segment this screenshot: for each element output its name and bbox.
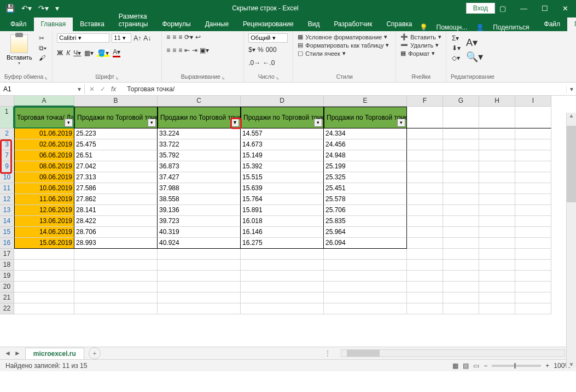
cell-E2[interactable]: 24.334: [324, 128, 407, 139]
cell-empty[interactable]: [515, 303, 551, 314]
cell-E9[interactable]: 25.199: [324, 161, 407, 172]
cell-B3[interactable]: 25.475: [74, 139, 158, 150]
cell-B12[interactable]: 27.862: [74, 194, 158, 205]
filter-dropdown-E[interactable]: ▾: [397, 119, 405, 127]
cell-D3[interactable]: 14.673: [241, 139, 324, 150]
cell-empty[interactable]: [407, 161, 443, 172]
row-header-1[interactable]: 1: [0, 107, 14, 128]
cell-empty[interactable]: [479, 172, 515, 183]
cell-empty[interactable]: [443, 271, 479, 282]
cell-A10[interactable]: 09.06.2019: [14, 172, 74, 183]
merge-icon[interactable]: ▣▾: [200, 46, 209, 54]
sort-filter-icon[interactable]: A▾: [466, 37, 483, 49]
cell-C11[interactable]: 37.988: [158, 183, 241, 194]
cell-empty[interactable]: [74, 282, 158, 292]
cell-empty[interactable]: [479, 107, 515, 128]
cell-B2[interactable]: 25.223: [74, 128, 158, 139]
cell-A12[interactable]: 11.06.2019: [14, 194, 74, 205]
cell-empty[interactable]: [515, 260, 551, 271]
row-header-16[interactable]: 16: [0, 238, 14, 249]
cell-E7[interactable]: 24.948: [324, 150, 407, 161]
col-header-G[interactable]: G: [443, 96, 479, 107]
cell-B16[interactable]: 28.993: [74, 238, 158, 249]
cell-A9[interactable]: 08.06.2019: [14, 161, 74, 172]
col-header-H[interactable]: H: [479, 96, 515, 107]
row-header-20[interactable]: 20: [0, 282, 14, 292]
cell-empty[interactable]: [407, 216, 443, 227]
zoom-slider[interactable]: [492, 365, 541, 367]
select-all-corner[interactable]: [0, 96, 14, 107]
cell-empty[interactable]: [443, 194, 479, 205]
cell-empty[interactable]: [515, 139, 551, 150]
cell-B9[interactable]: 27.042: [74, 161, 158, 172]
cell-empty[interactable]: [324, 271, 407, 282]
hscroll-thumb[interactable]: [347, 350, 380, 356]
row-header-18[interactable]: 18: [0, 260, 14, 271]
view-break-icon[interactable]: ▭: [473, 362, 479, 370]
row-header-19[interactable]: 19: [0, 271, 14, 282]
font-name-select[interactable]: Calibri ▾: [57, 33, 109, 43]
cell-styles-button[interactable]: ▢Стили ячеек ▾: [298, 50, 345, 57]
ribbon-tab-5[interactable]: Данные: [198, 17, 236, 31]
cell-empty[interactable]: [324, 292, 407, 303]
cell-C14[interactable]: 39.723: [158, 216, 241, 227]
formula-expand-icon[interactable]: ▾: [566, 85, 576, 93]
cell-empty[interactable]: [479, 227, 515, 238]
table-header-E[interactable]: Продажи по Торговой точке 4, тыс. руб.▾: [324, 107, 407, 128]
indent-dec-icon[interactable]: ⇤: [184, 46, 190, 54]
add-sheet-button[interactable]: ＋: [89, 347, 101, 359]
cell-empty[interactable]: [158, 292, 241, 303]
cell-empty[interactable]: [515, 282, 551, 292]
cell-empty[interactable]: [407, 107, 443, 128]
cond-format-button[interactable]: ▦Условное форматирование ▾: [298, 33, 387, 40]
cell-empty[interactable]: [158, 303, 241, 314]
cell-empty[interactable]: [443, 161, 479, 172]
align-top-icon[interactable]: ≡: [166, 33, 170, 41]
format-table-button[interactable]: ▤Форматировать как таблицу ▾: [298, 42, 389, 49]
cell-C13[interactable]: 39.136: [158, 205, 241, 216]
cell-A16[interactable]: 15.06.2019: [14, 238, 74, 249]
cell-A2[interactable]: 01.06.2019: [14, 128, 74, 139]
cell-D9[interactable]: 15.392: [241, 161, 324, 172]
row-header-11[interactable]: 11: [0, 183, 14, 194]
cell-E14[interactable]: 25.835: [324, 216, 407, 227]
cell-D13[interactable]: 15.891: [241, 205, 324, 216]
tell-me-icon[interactable]: 💡: [420, 24, 428, 31]
filter-dropdown-A[interactable]: ▾: [65, 119, 73, 127]
align-right-icon[interactable]: ≡: [178, 46, 182, 54]
cell-empty[interactable]: [74, 249, 158, 260]
zoom-in-icon[interactable]: +: [545, 362, 549, 370]
col-header-F[interactable]: F: [407, 96, 443, 107]
maximize-icon[interactable]: ☐: [542, 4, 548, 13]
ribbon-tab-1[interactable]: Главная: [34, 17, 73, 31]
cell-empty[interactable]: [479, 271, 515, 282]
cell-empty[interactable]: [479, 303, 515, 314]
comma-icon[interactable]: 000: [266, 46, 277, 54]
ribbon-tab-6[interactable]: Рецензирование: [236, 17, 301, 31]
cell-E12[interactable]: 25.578: [324, 194, 407, 205]
ribbon-options-icon[interactable]: ▢: [499, 4, 506, 13]
cell-empty[interactable]: [443, 260, 479, 271]
orientation-icon[interactable]: ⟳▾: [184, 33, 193, 41]
cell-E3[interactable]: 24.456: [324, 139, 407, 150]
cell-empty[interactable]: [407, 205, 443, 216]
ribbon-tab-9[interactable]: Справка: [379, 17, 419, 31]
ribbon-tab-7[interactable]: Вид: [301, 17, 327, 31]
cell-empty[interactable]: [407, 303, 443, 314]
cell-D10[interactable]: 15.515: [241, 172, 324, 183]
row-header-7[interactable]: 7: [0, 150, 14, 161]
cell-empty[interactable]: [158, 282, 241, 292]
cell-empty[interactable]: [158, 271, 241, 282]
formula-input[interactable]: Торговая точка/: [124, 84, 566, 94]
col-header-A[interactable]: A: [14, 96, 74, 107]
cell-C3[interactable]: 33.722: [158, 139, 241, 150]
fill-color-icon[interactable]: 🪣▾: [97, 49, 109, 57]
cell-empty[interactable]: [443, 172, 479, 183]
cell-C10[interactable]: 37.427: [158, 172, 241, 183]
sheet-tab-active[interactable]: microexcel.ru: [25, 348, 84, 359]
cell-empty[interactable]: [515, 292, 551, 303]
align-bot-icon[interactable]: ≡: [178, 33, 182, 41]
cell-empty[interactable]: [515, 194, 551, 205]
cell-empty[interactable]: [407, 260, 443, 271]
cell-B14[interactable]: 28.422: [74, 216, 158, 227]
